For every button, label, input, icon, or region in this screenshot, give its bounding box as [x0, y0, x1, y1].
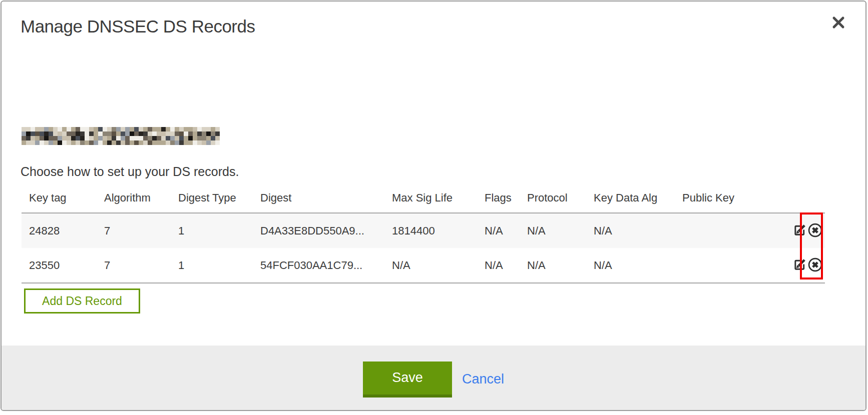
redaction-pixel — [31, 136, 35, 140]
redaction-pixel — [157, 140, 161, 145]
edit-record-icon[interactable] — [793, 258, 806, 273]
redaction-pixel — [98, 127, 103, 132]
redaction-pixel — [143, 127, 148, 132]
column-header: Digest Type — [171, 186, 253, 213]
column-header: Key Data Alg — [586, 186, 675, 213]
redaction-pixel — [175, 136, 179, 140]
redaction-pixel — [103, 132, 107, 136]
redaction-pixel — [62, 136, 67, 140]
save-button[interactable]: Save — [363, 362, 452, 398]
table-row: 2482871D4A33E8DD550A9...1814400N/AN/AN/A — [22, 213, 825, 248]
redaction-pixel — [53, 140, 58, 145]
redaction-pixel — [215, 132, 220, 136]
redaction-pixel — [206, 127, 211, 132]
redaction-pixel — [80, 136, 85, 140]
edit-record-icon[interactable] — [793, 224, 806, 238]
delete-record-icon[interactable] — [807, 257, 823, 274]
redaction-pixel — [130, 140, 134, 145]
redaction-pixel — [134, 132, 139, 136]
redaction-pixel — [22, 127, 26, 132]
redaction-pixel — [35, 136, 40, 140]
redaction-pixel — [116, 136, 121, 140]
column-header: Flags — [477, 186, 520, 213]
redaction-pixel — [112, 140, 116, 145]
redaction-pixel — [179, 140, 184, 145]
redaction-pixel — [89, 127, 94, 132]
redaction-pixel — [166, 140, 170, 145]
close-button[interactable] — [830, 14, 846, 30]
redaction-pixel — [80, 132, 85, 136]
redaction-pixel — [148, 132, 152, 136]
cancel-link[interactable]: Cancel — [462, 372, 504, 387]
redaction-pixel — [179, 132, 184, 136]
redaction-pixel — [40, 132, 44, 136]
redaction-pixel — [67, 136, 71, 140]
redaction-pixel — [125, 136, 130, 140]
redaction-pixel — [112, 136, 116, 140]
redaction-pixel — [67, 127, 71, 132]
redaction-pixel — [58, 140, 62, 145]
redaction-pixel — [107, 132, 112, 136]
redaction-pixel — [31, 127, 35, 132]
redaction-pixel — [157, 127, 161, 132]
redaction-pixel — [166, 127, 170, 132]
redaction-pixel — [71, 132, 76, 136]
redaction-pixel — [49, 127, 53, 132]
redaction-pixel — [125, 140, 130, 145]
table-cell: 54FCF030AA1C79... — [253, 248, 384, 283]
add-ds-record-button[interactable]: Add DS Record — [24, 288, 140, 314]
redaction-pixel — [161, 132, 166, 136]
table-cell: 7 — [97, 213, 171, 248]
redaction-pixel — [139, 132, 143, 136]
column-header: Digest — [253, 186, 384, 213]
redaction-pixel — [161, 140, 166, 145]
redaction-pixel — [31, 140, 35, 145]
redaction-pixel — [148, 140, 152, 145]
table-body: 2482871D4A33E8DD550A9...1814400N/AN/AN/A… — [22, 213, 825, 283]
redaction-pixel — [143, 140, 148, 145]
redaction-pixel — [152, 132, 157, 136]
row-actions-cell — [782, 248, 825, 283]
table-cell: 1814400 — [384, 213, 477, 248]
redaction-pixel — [112, 127, 116, 132]
table-cell: N/A — [586, 213, 675, 248]
redaction-pixel — [130, 136, 134, 140]
redaction-pixel — [103, 136, 107, 140]
redaction-pixel — [76, 140, 80, 145]
redaction-pixel — [130, 132, 134, 136]
redaction-pixel — [188, 132, 193, 136]
redaction-pixel — [62, 140, 67, 145]
redaction-pixel — [148, 136, 152, 140]
redaction-pixel — [94, 140, 98, 145]
redaction-pixel — [53, 136, 58, 140]
redaction-pixel — [80, 140, 85, 145]
redaction-pixel — [85, 140, 89, 145]
redaction-pixel — [202, 132, 206, 136]
redaction-pixel — [211, 140, 215, 145]
redaction-pixel — [89, 136, 94, 140]
delete-record-icon[interactable] — [807, 222, 823, 240]
redaction-pixel — [103, 127, 107, 132]
table-cell: 1 — [171, 213, 253, 248]
modal-title: Manage DNSSEC DS Records — [21, 16, 255, 36]
redaction-pixel — [202, 136, 206, 140]
redaction-pixel — [58, 136, 62, 140]
redaction-pixel — [40, 136, 44, 140]
redaction-pixel — [107, 136, 112, 140]
ds-records-table: Key tagAlgorithmDigest TypeDigestMax Sig… — [22, 186, 825, 284]
redaction-pixel — [26, 136, 31, 140]
redaction-pixel — [184, 140, 188, 145]
redaction-pixel — [139, 136, 143, 140]
redaction-pixel — [49, 140, 53, 145]
table-cell: 7 — [97, 248, 171, 283]
redaction-pixel — [49, 132, 53, 136]
redaction-pixel — [184, 132, 188, 136]
redaction-pixel — [26, 127, 31, 132]
redaction-pixel — [94, 127, 98, 132]
redaction-pixel — [116, 140, 121, 145]
redaction-pixel — [35, 132, 40, 136]
redaction-pixel — [58, 132, 62, 136]
redaction-pixel — [134, 136, 139, 140]
redaction-pixel — [152, 127, 157, 132]
table-header-row: Key tagAlgorithmDigest TypeDigestMax Sig… — [22, 186, 825, 213]
